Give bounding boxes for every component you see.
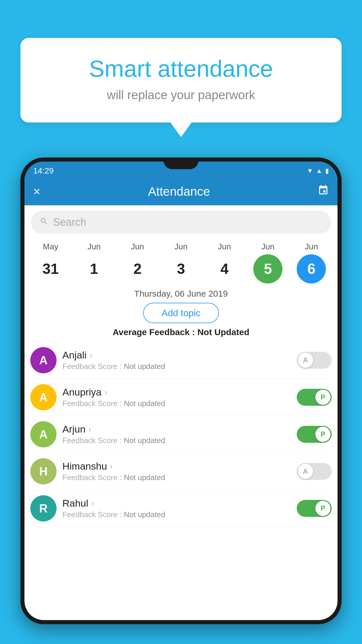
chevron-icon: › (110, 462, 113, 471)
toggle-knob: A (298, 464, 313, 479)
feedback-score: Feedback Score : Not updated (62, 436, 291, 445)
chevron-icon: › (104, 388, 107, 397)
cal-month: Jun (305, 242, 318, 251)
attendance-toggle[interactable]: P (297, 426, 332, 443)
cal-date: 4 (210, 254, 239, 284)
status-icons: ▼ ▲ ▮ (307, 167, 329, 175)
avg-feedback-value: Not Updated (197, 327, 249, 337)
feedback-score: Feedback Score : Not updated (62, 362, 291, 371)
calendar-day-0[interactable]: May31 (33, 242, 68, 284)
toggle-knob: P (315, 501, 331, 516)
student-info: Arjun ›Feedback Score : Not updated (62, 424, 291, 445)
attendance-toggle[interactable]: P (297, 389, 332, 406)
student-row-3: HHimanshu ›Feedback Score : Not updatedA (30, 453, 332, 490)
calendar-row: May31Jun1Jun2Jun3Jun4Jun5Jun6 (24, 239, 338, 284)
phone-container: 14:29 ▼ ▲ ▮ × Attendance (20, 158, 342, 644)
speech-bubble: Smart attendance will replace your paper… (20, 38, 342, 123)
selected-date-label: Thursday, 06 June 2019 (24, 289, 338, 299)
speech-bubble-container: Smart attendance will replace your paper… (20, 38, 342, 123)
toggle-knob: P (315, 390, 331, 405)
chevron-icon: › (88, 425, 91, 434)
avatar: R (30, 495, 57, 522)
cal-date: 1 (80, 254, 109, 284)
search-placeholder: Search (53, 216, 86, 228)
calendar-icon[interactable] (318, 185, 329, 198)
student-list: AAnjali ›Feedback Score : Not updatedAAA… (24, 342, 338, 527)
close-button[interactable]: × (33, 185, 41, 199)
feedback-score: Feedback Score : Not updated (62, 399, 291, 408)
calendar-day-2[interactable]: Jun2 (120, 242, 155, 284)
phone-notch (164, 158, 198, 169)
cal-month: Jun (261, 242, 275, 251)
calendar-day-4[interactable]: Jun4 (207, 242, 242, 284)
cal-date: 31 (36, 254, 65, 284)
speech-bubble-subtitle: will replace your paperwork (44, 88, 318, 102)
student-info: Anjali ›Feedback Score : Not updated (62, 349, 291, 371)
add-topic-label: Add topic (161, 308, 200, 318)
toggle-knob: A (298, 353, 313, 368)
average-feedback: Average Feedback : Not Updated (24, 327, 338, 337)
cal-date: 6 (297, 254, 326, 284)
calendar-day-3[interactable]: Jun3 (164, 242, 198, 284)
student-name[interactable]: Arjun › (62, 424, 291, 435)
student-row-2: AArjun ›Feedback Score : Not updatedP (30, 416, 332, 453)
attendance-toggle[interactable]: A (297, 352, 332, 369)
calendar-day-1[interactable]: Jun1 (77, 242, 112, 284)
cal-month: Jun (87, 242, 101, 251)
student-name[interactable]: Anjali › (62, 349, 291, 361)
status-time: 14:29 (33, 166, 54, 176)
student-name[interactable]: Himanshu › (62, 461, 291, 472)
feedback-score: Feedback Score : Not updated (62, 510, 291, 519)
avatar: A (30, 347, 57, 373)
chevron-icon: › (91, 499, 94, 508)
feedback-score: Feedback Score : Not updated (62, 473, 291, 482)
cal-date: 3 (166, 254, 196, 284)
chevron-icon: › (89, 351, 92, 360)
student-info: Rahul ›Feedback Score : Not updated (62, 498, 291, 519)
student-row-4: RRahul ›Feedback Score : Not updatedP (30, 490, 332, 527)
calendar-day-6[interactable]: Jun6 (294, 242, 329, 284)
cal-date: 5 (253, 254, 282, 284)
avatar: H (30, 458, 57, 484)
student-info: Anupriya ›Feedback Score : Not updated (62, 386, 291, 408)
student-name[interactable]: Anupriya › (62, 386, 291, 398)
student-row-0: AAnjali ›Feedback Score : Not updatedA (30, 342, 332, 379)
signal-icon: ▲ (316, 167, 322, 175)
student-name[interactable]: Rahul › (62, 498, 291, 509)
page-title: Attendance (148, 185, 210, 199)
search-icon (40, 217, 48, 228)
student-info: Himanshu ›Feedback Score : Not updated (62, 461, 291, 482)
app-header: × Attendance (24, 178, 338, 205)
avg-feedback-label: Average Feedback : (113, 327, 197, 337)
battery-icon: ▮ (325, 167, 329, 175)
wifi-icon: ▼ (307, 167, 313, 175)
attendance-toggle[interactable]: A (297, 463, 332, 480)
toggle-knob: P (315, 427, 331, 442)
phone-screen: 14:29 ▼ ▲ ▮ × Attendance (24, 162, 338, 620)
add-topic-button[interactable]: Add topic (143, 303, 219, 323)
student-row-1: AAnupriya ›Feedback Score : Not updatedP (30, 379, 332, 416)
search-bar[interactable]: Search (31, 211, 331, 234)
cal-month: Jun (131, 242, 144, 251)
phone-frame: 14:29 ▼ ▲ ▮ × Attendance (20, 158, 342, 624)
calendar-day-5[interactable]: Jun5 (250, 242, 285, 284)
avatar: A (30, 421, 57, 447)
cal-month: May (43, 242, 58, 251)
cal-month: Jun (174, 242, 187, 251)
speech-bubble-title: Smart attendance (44, 55, 318, 82)
cal-date: 2 (123, 254, 152, 284)
attendance-toggle[interactable]: P (297, 500, 332, 517)
cal-month: Jun (218, 242, 231, 251)
avatar: A (30, 384, 57, 410)
